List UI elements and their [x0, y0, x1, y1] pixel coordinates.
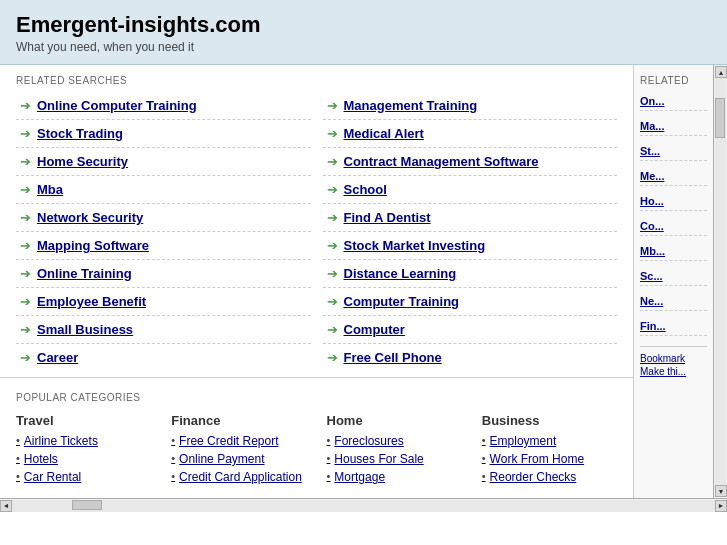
- search-item: ➔Home Security: [16, 148, 311, 176]
- category-link[interactable]: •Reorder Checks: [482, 470, 617, 484]
- sidebar-link[interactable]: Ne...: [640, 292, 707, 311]
- arrow-icon: ➔: [20, 154, 31, 169]
- search-item: ➔Mba: [16, 176, 311, 204]
- related-searches-grid: ➔Online Computer Training➔Stock Trading➔…: [0, 92, 633, 371]
- category-link[interactable]: •Employment: [482, 434, 617, 448]
- category-link[interactable]: •Free Credit Report: [171, 434, 306, 448]
- arrow-icon: ➔: [327, 294, 338, 309]
- sidebar-link[interactable]: Me...: [640, 167, 707, 186]
- search-item: ➔Small Business: [16, 316, 311, 344]
- search-link[interactable]: Management Training: [344, 98, 478, 113]
- sidebar-link[interactable]: Mb...: [640, 242, 707, 261]
- category-link[interactable]: •Foreclosures: [327, 434, 462, 448]
- search-link[interactable]: Employee Benefit: [37, 294, 146, 309]
- popular-categories-label: POPULAR CATEGORIES: [16, 392, 617, 403]
- arrow-icon: ➔: [327, 350, 338, 365]
- h-scroll-thumb[interactable]: [72, 500, 102, 510]
- bullet-icon: •: [171, 434, 175, 446]
- scroll-track[interactable]: [715, 78, 726, 485]
- scroll-right-button[interactable]: ►: [715, 500, 727, 512]
- search-link[interactable]: Home Security: [37, 154, 128, 169]
- category-link[interactable]: •Airline Tickets: [16, 434, 151, 448]
- search-link[interactable]: School: [344, 182, 387, 197]
- right-sidebar: RELATED On...Ma...St...Me...Ho...Co...Mb…: [633, 65, 713, 498]
- arrow-icon: ➔: [327, 154, 338, 169]
- h-scroll-track[interactable]: [12, 500, 715, 512]
- bookmark-text1[interactable]: Bookmark: [640, 353, 707, 364]
- search-link[interactable]: Medical Alert: [344, 126, 424, 141]
- arrow-icon: ➔: [20, 182, 31, 197]
- arrow-icon: ➔: [20, 266, 31, 281]
- category-link[interactable]: •Online Payment: [171, 452, 306, 466]
- search-item: ➔Management Training: [323, 92, 618, 120]
- sidebar-link[interactable]: Ho...: [640, 192, 707, 211]
- search-link[interactable]: Stock Market Investing: [344, 238, 486, 253]
- horizontal-scrollbar[interactable]: ◄ ►: [0, 498, 727, 512]
- bookmark-text2[interactable]: Make thi...: [640, 366, 707, 377]
- search-link[interactable]: Network Security: [37, 210, 143, 225]
- search-link[interactable]: Find A Dentist: [344, 210, 431, 225]
- search-item: ➔Career: [16, 344, 311, 371]
- sidebar-link[interactable]: On...: [640, 92, 707, 111]
- vertical-scrollbar[interactable]: ▲ ▼: [713, 65, 727, 498]
- category-title: Home: [327, 413, 462, 428]
- sidebar-label: RELATED: [640, 75, 707, 86]
- scroll-thumb[interactable]: [715, 98, 725, 138]
- category-link[interactable]: •Credit Card Application: [171, 470, 306, 484]
- search-item: ➔Contract Management Software: [323, 148, 618, 176]
- search-link[interactable]: Computer: [344, 322, 405, 337]
- search-link[interactable]: Career: [37, 350, 78, 365]
- scroll-up-button[interactable]: ▲: [715, 66, 727, 78]
- search-link[interactable]: Mapping Software: [37, 238, 149, 253]
- category-column: Business•Employment•Work From Home•Reord…: [482, 413, 617, 488]
- search-link[interactable]: Stock Trading: [37, 126, 123, 141]
- bullet-icon: •: [327, 452, 331, 464]
- category-title: Travel: [16, 413, 151, 428]
- search-link[interactable]: Online Computer Training: [37, 98, 197, 113]
- category-link[interactable]: •Houses For Sale: [327, 452, 462, 466]
- search-link[interactable]: Mba: [37, 182, 63, 197]
- bullet-icon: •: [16, 470, 20, 482]
- category-link[interactable]: •Hotels: [16, 452, 151, 466]
- sidebar-link[interactable]: St...: [640, 142, 707, 161]
- arrow-icon: ➔: [20, 210, 31, 225]
- search-link[interactable]: Contract Management Software: [344, 154, 539, 169]
- sidebar-link[interactable]: Ma...: [640, 117, 707, 136]
- search-right-column: ➔Management Training➔Medical Alert➔Contr…: [317, 92, 624, 371]
- category-link[interactable]: •Car Rental: [16, 470, 151, 484]
- arrow-icon: ➔: [327, 238, 338, 253]
- site-title: Emergent-insights.com: [16, 12, 711, 38]
- search-link[interactable]: Small Business: [37, 322, 133, 337]
- sidebar-link[interactable]: Co...: [640, 217, 707, 236]
- bullet-icon: •: [16, 452, 20, 464]
- search-item: ➔Online Training: [16, 260, 311, 288]
- scroll-down-button[interactable]: ▼: [715, 485, 727, 497]
- search-item: ➔Find A Dentist: [323, 204, 618, 232]
- search-item: ➔Network Security: [16, 204, 311, 232]
- arrow-icon: ➔: [327, 322, 338, 337]
- bullet-icon: •: [327, 470, 331, 482]
- search-item: ➔Free Cell Phone: [323, 344, 618, 371]
- search-left-column: ➔Online Computer Training➔Stock Trading➔…: [10, 92, 317, 371]
- search-item: ➔Computer: [323, 316, 618, 344]
- arrow-icon: ➔: [20, 350, 31, 365]
- sidebar-link[interactable]: Sc...: [640, 267, 707, 286]
- popular-categories-section: POPULAR CATEGORIES Travel•Airline Ticket…: [0, 377, 633, 498]
- search-link[interactable]: Computer Training: [344, 294, 460, 309]
- category-column: Finance•Free Credit Report•Online Paymen…: [171, 413, 306, 488]
- arrow-icon: ➔: [327, 98, 338, 113]
- arrow-icon: ➔: [327, 182, 338, 197]
- category-link[interactable]: •Mortgage: [327, 470, 462, 484]
- search-link[interactable]: Free Cell Phone: [344, 350, 442, 365]
- arrow-icon: ➔: [20, 98, 31, 113]
- bullet-icon: •: [327, 434, 331, 446]
- category-column: Travel•Airline Tickets•Hotels•Car Rental: [16, 413, 151, 488]
- search-link[interactable]: Online Training: [37, 266, 132, 281]
- bullet-icon: •: [482, 452, 486, 464]
- sidebar-link[interactable]: Fin...: [640, 317, 707, 336]
- arrow-icon: ➔: [20, 294, 31, 309]
- categories-grid: Travel•Airline Tickets•Hotels•Car Rental…: [16, 413, 617, 488]
- scroll-left-button[interactable]: ◄: [0, 500, 12, 512]
- search-link[interactable]: Distance Learning: [344, 266, 457, 281]
- category-link[interactable]: •Work From Home: [482, 452, 617, 466]
